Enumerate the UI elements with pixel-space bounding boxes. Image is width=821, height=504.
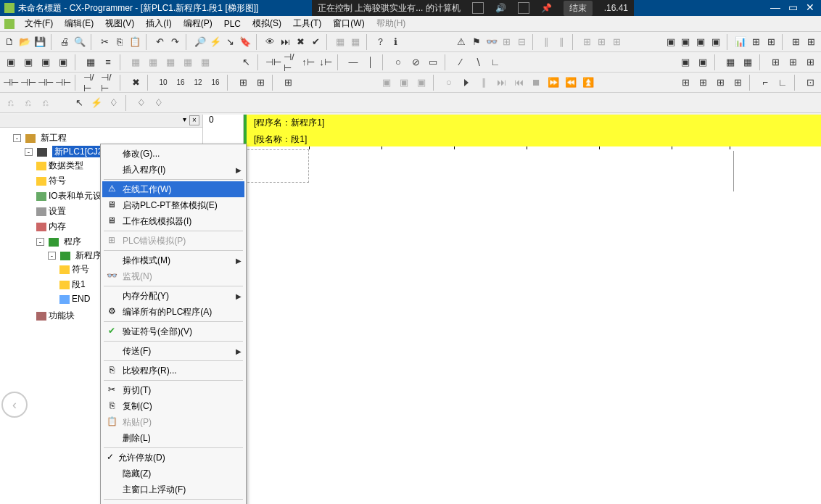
tb4-6[interactable]: ♢ (106, 95, 122, 111)
tb2-11[interactable]: ▦ (197, 54, 213, 70)
tb2-2[interactable]: ▣ (20, 54, 36, 70)
tb-plc6[interactable]: ⊞ (749, 34, 763, 50)
tb-plc8[interactable]: ⊞ (789, 34, 803, 50)
restore-button[interactable]: ▭ (786, 2, 799, 14)
tb-d5[interactable]: ⊞ (580, 34, 594, 50)
tb3-d1[interactable]: ▣ (379, 75, 395, 91)
tb-bookmark[interactable]: 🔖 (239, 34, 252, 50)
menu-tools[interactable]: 工具(T) (287, 16, 327, 31)
tb2-7[interactable]: ▦ (128, 54, 144, 70)
tb3-d4[interactable]: ○ (441, 75, 457, 91)
tb3-12[interactable]: 12 (190, 75, 206, 91)
menu-insert[interactable]: 插入(I) (140, 16, 177, 31)
tb-d1[interactable]: ⊞ (500, 34, 513, 50)
menu-plc[interactable]: PLC (218, 17, 247, 30)
tb-redo[interactable]: ↷ (168, 34, 182, 50)
ctx-hide[interactable]: 隐藏(Z) (102, 466, 244, 482)
tb3-5[interactable]: ⊣/⊢ (83, 75, 99, 91)
tb-plc1[interactable]: ▣ (664, 34, 677, 50)
tb2-line1[interactable]: ∕ (453, 54, 469, 70)
ctx-float-main[interactable]: 主窗口上浮动(F) (102, 482, 244, 497)
ladder-editor[interactable]: 0 [程序名：新程序1] [段名称：段1] (203, 115, 821, 485)
tb3-d6[interactable]: ⏭ (493, 75, 509, 91)
tb-plc7[interactable]: ⊞ (764, 34, 778, 50)
tb2-ncoil[interactable]: ⊘ (408, 54, 424, 70)
tb-goto[interactable]: ↘ (223, 34, 237, 50)
tb2-4[interactable]: ▣ (55, 54, 71, 70)
ctx-allow-dock[interactable]: ✓允许停放(D) (102, 450, 244, 466)
tb2-r5[interactable]: ⊞ (767, 54, 783, 70)
tb2-9[interactable]: ▦ (162, 54, 178, 70)
tb-new[interactable]: 🗋 (3, 34, 17, 50)
tb3-3[interactable]: ⊣⊢ (38, 75, 54, 91)
ctx-transfer[interactable]: 传送(F)▶ (102, 343, 244, 359)
tb3-16b[interactable]: 16 (207, 75, 223, 91)
tb-print[interactable]: 🖨 (58, 34, 72, 50)
close-button[interactable]: ✕ (804, 2, 817, 14)
tb-plc3[interactable]: ▣ (694, 34, 708, 50)
ctx-verify-symbols[interactable]: ✔验证符号(全部)(V) (102, 323, 244, 339)
tb4-5[interactable]: ⚡ (88, 95, 104, 111)
tb-a2[interactable]: ▦ (349, 34, 363, 50)
tb3-16[interactable]: 16 (173, 75, 189, 91)
tb3-r5[interactable]: ⌐ (757, 75, 773, 91)
tb4-4[interactable]: ↖ (71, 95, 87, 111)
tb2-nc[interactable]: ⊣/⊢ (283, 54, 299, 70)
tb2-line3[interactable]: ∟ (487, 54, 503, 70)
tb-find[interactable]: 🔎 (193, 34, 207, 50)
tb3-r6[interactable]: ∟ (775, 75, 791, 91)
expander-icon[interactable]: - (13, 134, 21, 142)
ctx-insert-program[interactable]: 插入程序(I)▶ (102, 162, 244, 178)
menu-program[interactable]: 编程(P) (178, 16, 218, 31)
tb2-5[interactable]: ▦ (83, 54, 99, 70)
tb2-no[interactable]: ⊣⊢ (265, 54, 281, 70)
tb3-d7[interactable]: ⏮ (511, 75, 527, 91)
tb2-rise[interactable]: ↑⊢ (300, 54, 316, 70)
tb-warn[interactable]: ⚠ (455, 34, 469, 50)
tb2-func[interactable]: ▭ (425, 54, 441, 70)
tb-save[interactable]: 💾 (33, 34, 47, 50)
ctx-online-work[interactable]: ⚠在线工作(W) (102, 181, 244, 197)
minimize-button[interactable]: — (769, 2, 782, 14)
tb3-10[interactable]: 10 (155, 75, 171, 91)
tb4-2[interactable]: ⎌ (20, 95, 36, 111)
ctx-compile-all[interactable]: ⚙编译所有的PLC程序(A) (102, 304, 244, 320)
tb2-r4[interactable]: ▦ (740, 54, 756, 70)
tb2-arrow[interactable]: ↖ (238, 54, 254, 70)
tb2-3[interactable]: ▣ (38, 54, 54, 70)
tb3-b[interactable]: ⊞ (252, 75, 268, 91)
ctx-mem-alloc[interactable]: 内存分配(Y)▶ (102, 288, 244, 304)
tb-plc2[interactable]: ▣ (679, 34, 693, 50)
tb-plc4[interactable]: ▣ (709, 34, 723, 50)
tb2-r3[interactable]: ▦ (722, 54, 738, 70)
ctx-properties[interactable]: ☰属性(S) (102, 501, 244, 504)
tb-preview[interactable]: 🔍 (73, 34, 87, 50)
tb4-1[interactable]: ⎌ (3, 95, 19, 111)
tb-d3[interactable]: ∥ (540, 34, 553, 50)
tb-find-next[interactable]: ⏭ (279, 34, 292, 50)
tb-cut[interactable]: ✂ (98, 34, 112, 50)
tb-d4[interactable]: ∥ (555, 34, 569, 50)
nav-back-circle[interactable]: ‹ (1, 392, 28, 418)
tb3-c[interactable]: ⊞ (280, 75, 296, 91)
tb4-8[interactable]: ♢ (151, 95, 167, 111)
tb3-6[interactable]: ⊣/⊢ (100, 75, 116, 91)
tb3-d3[interactable]: ▣ (413, 75, 429, 91)
tb2-r6[interactable]: ⊞ (785, 54, 801, 70)
tb2-r1[interactable]: ▣ (677, 54, 693, 70)
menu-simulate[interactable]: 模拟(S) (247, 16, 287, 31)
tb-a1[interactable]: ▦ (334, 34, 347, 50)
tb3-r3[interactable]: ⊞ (712, 75, 728, 91)
tb3-4[interactable]: ⊣⊢ (55, 75, 71, 91)
tb3-7[interactable]: ✖ (128, 75, 144, 91)
tb-d2[interactable]: ⊟ (515, 34, 529, 50)
tb3-d2[interactable]: ▣ (396, 75, 412, 91)
tb3-play[interactable] (458, 75, 474, 91)
ctx-start-plc-pt[interactable]: 🖥启动PLC-PT整体模拟(E) (102, 197, 244, 213)
tb-info[interactable]: ℹ (389, 34, 403, 50)
tb-replace[interactable]: ⚡ (208, 34, 222, 50)
tb4-3[interactable]: ⎌ (38, 95, 54, 111)
menu-file[interactable]: 文件(F) (19, 16, 59, 31)
tb3-1[interactable]: ⊣⊢ (3, 75, 19, 91)
tb3-2[interactable]: ⊣⊢ (20, 75, 36, 91)
